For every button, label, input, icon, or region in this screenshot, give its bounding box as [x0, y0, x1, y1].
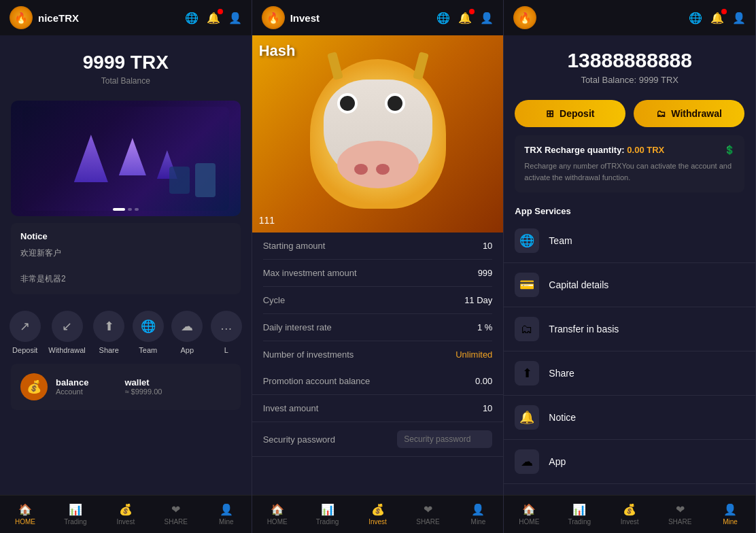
service-share[interactable]: ⬆ Share [504, 351, 755, 396]
invest-row-2: Cycle 11 Day [263, 287, 493, 314]
nav-invest-invest[interactable]: 💰 Invest [353, 496, 403, 533]
globe-icon-home[interactable]: 🌐 [185, 12, 199, 24]
user-icon-invest[interactable]: 👤 [480, 12, 494, 24]
logo-home: 🔥 [10, 6, 33, 29]
service-notice-label: Notice [549, 412, 576, 423]
invest-val-1: 999 [478, 268, 493, 278]
team-circle: 🌐 [133, 311, 164, 342]
nav-invest-mine[interactable]: 👤 Mine [453, 496, 503, 533]
bell-icon-invest[interactable]: 🔔 [458, 12, 472, 24]
nav-mine-mine[interactable]: 👤 Mine [705, 496, 755, 533]
deposit-btn-label: Deposit [560, 108, 594, 119]
service-transfer[interactable]: 🗂 Transfer in basis [504, 307, 755, 351]
globe-icon-mine[interactable]: 🌐 [689, 12, 702, 24]
nav-mine-trading-label: Trading [568, 518, 591, 526]
nav-share-label: SHARE [165, 518, 188, 526]
nav-home-mine[interactable]: 👤 Mine [201, 496, 252, 533]
bottom-nav-invest: 🏠 HOME 📊 Trading 💰 Invest ❤ SHARE 👤 Mine [252, 495, 504, 533]
action-app[interactable]: ☁ App [171, 311, 203, 354]
nav-home-home[interactable]: 🏠 HOME [0, 496, 50, 533]
wallet-balance-col: balance Account [56, 377, 88, 396]
topbar-icons-mine: 🌐 🔔 👤 [689, 12, 746, 24]
withdrawal-label: Withdrawal [48, 346, 85, 354]
wallet-wallet-sub: ≈ $9999.00 [124, 388, 162, 396]
nav-home-trading[interactable]: 📊 Trading [50, 496, 101, 533]
bottom-nav-mine: 🏠 HOME 📊 Trading 💰 Invest ❤ SHARE 👤 Mine [504, 495, 755, 533]
bell-icon-mine[interactable]: 🔔 [710, 12, 724, 24]
balance-section: 9999 TRX Total Balance [0, 35, 252, 94]
invest-row-4: Number of investments Unlimited [263, 341, 493, 368]
invest-val-0: 10 [483, 241, 492, 251]
action-share[interactable]: ⬆ Share [93, 311, 124, 354]
wallet-wallet-label: wallet [124, 377, 162, 388]
nav-invest-home[interactable]: 🏠 HOME [252, 496, 303, 533]
nav-invest-trading-icon: 📊 [321, 503, 334, 516]
invest-row-3: Daily interest rate 1 % [263, 314, 493, 341]
bottom-nav-home: 🏠 HOME 📊 Trading 💰 Invest ❤ SHARE 👤 Mine [0, 495, 252, 533]
mine-btn-row: ⊞ Deposit 🗂 Withdrawal [504, 92, 755, 135]
nav-mine-invest[interactable]: 💰 Invest [604, 496, 655, 533]
bell-icon-home[interactable]: 🔔 [207, 12, 220, 24]
nav-mine-label: Mine [219, 518, 234, 526]
invest-scroll: Hash 111 Starting amount 10 Max investme… [252, 35, 504, 495]
nav-mine-home[interactable]: 🏠 HOME [504, 496, 554, 533]
logo-mine: 🔥 [513, 6, 536, 29]
service-app[interactable]: ☁ App [504, 440, 755, 484]
topbar-mine: 🔥 🌐 🔔 👤 [504, 0, 755, 35]
deposit-label: Deposit [12, 346, 37, 354]
nav-mine-share-label: SHARE [668, 518, 691, 526]
nav-mine-trading[interactable]: 📊 Trading [554, 496, 604, 533]
service-team[interactable]: 🌐 Team [504, 219, 755, 263]
nav-invest-trading[interactable]: 📊 Trading [303, 496, 353, 533]
app-label: App [181, 346, 194, 354]
notice-text: 欢迎新客户 非常是机器2 [20, 247, 231, 286]
service-transfer-icon: 🗂 [515, 317, 539, 341]
nav-home-share[interactable]: ❤ SHARE [151, 496, 201, 533]
invest-form-row-2: Security password [252, 422, 504, 457]
mine-balance-label: Total Balance: 9999 TRX [515, 75, 744, 85]
security-password-input[interactable] [397, 430, 492, 448]
nav-invest-trading-label: Trading [316, 518, 339, 526]
service-notice[interactable]: 🔔 Notice [504, 396, 755, 440]
withdrawal-btn-label: Withdrawal [671, 108, 722, 119]
withdrawal-button[interactable]: 🗂 Withdrawal [634, 100, 744, 127]
action-team[interactable]: 🌐 Team [133, 311, 164, 354]
nav-home-invest[interactable]: 💰 Invest [101, 496, 151, 533]
invest-key-0: Starting amount [263, 241, 326, 251]
action-withdrawal[interactable]: ↙ Withdrawal [48, 311, 85, 354]
invest-game-num: 111 [259, 215, 275, 226]
action-deposit[interactable]: ↗ Deposit [10, 311, 41, 354]
user-icon-mine[interactable]: 👤 [732, 12, 746, 24]
nav-mine-share[interactable]: ❤ SHARE [655, 496, 705, 533]
globe-icon-invest[interactable]: 🌐 [436, 12, 450, 24]
recharge-icon: 💲 [724, 145, 735, 155]
invest-amount-input[interactable] [378, 403, 492, 413]
invest-val-2: 11 Day [464, 295, 492, 305]
service-team-icon: 🌐 [515, 228, 539, 253]
dot-1 [128, 208, 132, 211]
recharge-title: TRX Recharge quantity: 0.00 TRX 💲 [524, 145, 735, 155]
nav-mine-home-icon: 🏠 [522, 503, 536, 516]
user-icon-home[interactable]: 👤 [228, 12, 242, 24]
wallet-icon: 💰 [20, 373, 48, 400]
invest-val-3: 1 % [477, 322, 492, 332]
nav-invest-icon: 💰 [119, 503, 133, 516]
action-more[interactable]: … L [211, 311, 242, 354]
nav-trading-label: Trading [64, 518, 87, 526]
nav-invest-invest-icon: 💰 [371, 503, 385, 516]
topbar-invest: 🔥 Invest 🌐 🔔 👤 [252, 0, 504, 35]
withdrawal-icon: 🗂 [656, 108, 666, 119]
balance-amount: 9999 TRX [11, 52, 241, 73]
service-capital[interactable]: 💳 Capital details [504, 263, 755, 307]
home-scroll: 9999 TRX Total Balance [0, 35, 252, 495]
nav-invest-label: Invest [117, 518, 135, 526]
invest-key-2: Cycle [263, 295, 286, 305]
deposit-button[interactable]: ⊞ Deposit [515, 100, 625, 127]
nav-invest-mine-label: Mine [471, 518, 486, 526]
logo-invest: 🔥 [262, 6, 285, 29]
app-circle: ☁ [171, 311, 203, 342]
invest-form-row-1: Invest amount [252, 395, 504, 422]
nav-invest-share[interactable]: ❤ SHARE [402, 496, 453, 533]
nav-home-icon: 🏠 [18, 503, 32, 516]
invest-form-key-2: Security password [263, 434, 335, 445]
